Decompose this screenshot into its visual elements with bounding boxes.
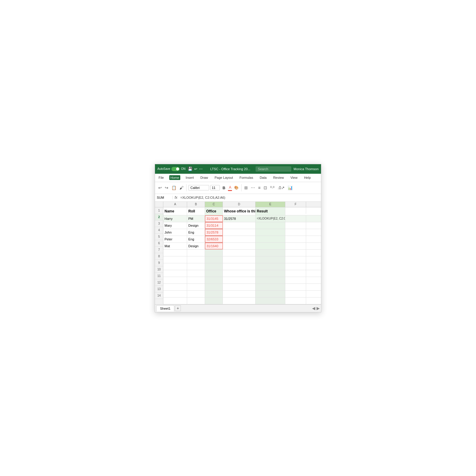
cell-d14[interactable] <box>223 298 256 304</box>
cell-b8[interactable] <box>187 256 205 263</box>
cell-b13[interactable] <box>187 291 205 297</box>
menu-home[interactable]: Home <box>169 175 180 180</box>
sheet-tab-sheet1[interactable]: Sheet1 <box>156 305 174 311</box>
menu-help[interactable]: Help <box>303 175 312 180</box>
cell-d13[interactable] <box>223 291 256 297</box>
cell-d8[interactable] <box>223 256 256 263</box>
number-fmt-btn[interactable]: ⁰·⁰ <box>269 185 276 191</box>
cell-c10[interactable] <box>205 270 223 277</box>
cell-a2[interactable]: Harry <box>163 215 187 222</box>
cell-d3[interactable] <box>223 222 256 229</box>
cell-a12[interactable] <box>163 284 187 290</box>
menu-file[interactable]: File <box>157 175 165 180</box>
cell-b5[interactable]: Eng <box>187 236 205 242</box>
cell-c14[interactable] <box>205 298 223 304</box>
cell-f2[interactable] <box>285 215 306 222</box>
cell-f6[interactable] <box>285 243 306 249</box>
redo-btn[interactable]: ↪ <box>164 185 169 191</box>
cell-e11[interactable] <box>256 277 285 284</box>
cell-f9[interactable] <box>285 263 306 270</box>
cell-c7[interactable] <box>205 250 223 256</box>
dec-btn[interactable]: .0↗ <box>277 185 286 191</box>
borders-btn[interactable]: ⊞ <box>243 185 249 191</box>
cell-c3[interactable]: 31/3114 <box>205 222 223 229</box>
font-color-btn[interactable]: A <box>228 185 232 191</box>
cell-b3[interactable]: Design <box>187 222 205 229</box>
cell-c8[interactable] <box>205 256 223 263</box>
col-header-f[interactable]: F <box>285 202 306 207</box>
cell-e1[interactable]: Result <box>256 207 285 215</box>
cell-a4[interactable]: John <box>163 229 187 236</box>
cell-e6[interactable] <box>256 243 285 249</box>
scroll-left-icon[interactable]: ◀ <box>312 306 315 311</box>
col-header-b[interactable]: B <box>187 202 205 207</box>
cell-e3[interactable] <box>256 222 285 229</box>
cell-b1[interactable]: Roll <box>187 207 205 215</box>
format-painter-btn[interactable]: 🖌 <box>178 185 184 191</box>
cell-b12[interactable] <box>187 284 205 290</box>
menu-review[interactable]: Review <box>272 175 285 180</box>
cell-a7[interactable] <box>163 250 187 256</box>
bold-btn[interactable]: B <box>221 185 227 191</box>
cell-b10[interactable] <box>187 270 205 277</box>
cell-e13[interactable] <box>256 291 285 297</box>
cell-f5[interactable] <box>285 236 306 242</box>
menu-formulas[interactable]: Formulas <box>238 175 254 180</box>
cell-f1[interactable] <box>285 207 306 214</box>
search-input[interactable] <box>256 166 291 172</box>
font-name-input[interactable] <box>188 185 209 190</box>
cell-a5[interactable]: Peter <box>163 236 187 242</box>
merge-btn[interactable]: ⊡ <box>263 185 268 191</box>
formula-text[interactable]: =XLOOKUP(E2, C2:C6,A2:A6) <box>179 196 226 199</box>
cell-b9[interactable] <box>187 263 205 270</box>
col-header-d[interactable]: D <box>223 202 256 207</box>
cell-d1[interactable]: Whose office is this? <box>223 207 256 215</box>
cell-a6[interactable]: Mat <box>163 243 187 249</box>
clipboard-btn[interactable]: 📋 <box>170 185 177 191</box>
cell-c4[interactable]: 31/2578 <box>205 229 223 236</box>
align-left-btn[interactable]: ≡ <box>257 185 261 191</box>
cell-b14[interactable] <box>187 298 205 304</box>
cell-b4[interactable]: Eng <box>187 229 205 236</box>
cell-a14[interactable] <box>163 298 187 304</box>
cell-reference[interactable]: SUM <box>155 196 173 199</box>
cell-e10[interactable] <box>256 270 285 277</box>
cell-d6[interactable] <box>223 243 256 249</box>
cell-f12[interactable] <box>285 284 306 290</box>
cell-f11[interactable] <box>285 277 306 284</box>
col-header-e[interactable]: E <box>256 202 285 207</box>
cell-d5[interactable] <box>223 236 256 242</box>
cell-e4[interactable] <box>256 229 285 236</box>
cell-b11[interactable] <box>187 277 205 284</box>
cell-a1[interactable]: Name <box>163 207 187 215</box>
cell-c9[interactable] <box>205 263 223 270</box>
cell-f14[interactable] <box>285 298 306 304</box>
cell-c13[interactable] <box>205 291 223 297</box>
cell-f3[interactable] <box>285 222 306 229</box>
save-icon[interactable]: 💾 <box>188 167 192 171</box>
more-btn[interactable]: ⋯ <box>250 185 256 191</box>
cell-e14[interactable] <box>256 298 285 304</box>
cell-c12[interactable] <box>205 284 223 290</box>
menu-view[interactable]: View <box>289 175 299 180</box>
cell-a3[interactable]: Mary <box>163 222 187 229</box>
autosave-toggle[interactable] <box>171 167 180 171</box>
more-icon[interactable]: ⋯ <box>199 167 203 171</box>
cell-b7[interactable] <box>187 250 205 256</box>
menu-insert[interactable]: Insert <box>184 175 195 180</box>
fill-color-btn[interactable]: 🎨 <box>233 185 239 190</box>
add-sheet-button[interactable]: + <box>175 305 181 311</box>
cell-a9[interactable] <box>163 263 187 270</box>
scroll-right-icon[interactable]: ▶ <box>317 306 320 311</box>
cell-c5[interactable]: 32/6533 <box>205 236 223 242</box>
cell-a13[interactable] <box>163 291 187 297</box>
col-header-a[interactable]: A <box>163 202 187 207</box>
menu-draw[interactable]: Draw <box>199 175 209 180</box>
cell-e2[interactable]: =XLOOKUP(E2, C2:C6,A2: <box>256 215 285 222</box>
cell-f7[interactable] <box>285 250 306 256</box>
cell-e5[interactable] <box>256 236 285 242</box>
col-header-c[interactable]: C <box>205 202 223 207</box>
cell-d12[interactable] <box>223 284 256 290</box>
cell-f4[interactable] <box>285 229 306 236</box>
cell-d10[interactable] <box>223 270 256 277</box>
